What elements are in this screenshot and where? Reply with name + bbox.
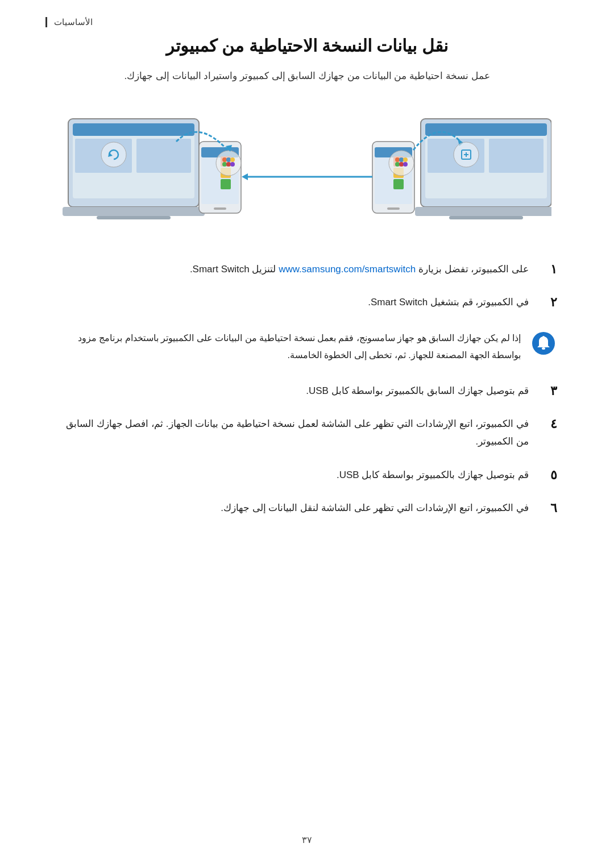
svg-marker-44: [242, 173, 248, 180]
step-1-number: ١: [534, 261, 557, 277]
svg-point-36: [395, 157, 400, 162]
step-4-text: في الكمبيوتر، اتبع الإرشادات التي تظهر ع…: [57, 416, 534, 450]
svg-point-26: [222, 157, 227, 162]
left-laptop: [63, 119, 205, 219]
steps-container: ١ على الكمبيوتر، تفضل بزيارة www.samsung…: [45, 261, 569, 517]
svg-rect-2: [73, 123, 194, 136]
step-6-number: ٦: [534, 500, 557, 516]
right-laptop: [415, 119, 551, 219]
page-number: ٣٧: [302, 834, 312, 845]
svg-point-27: [226, 157, 231, 162]
corner-label: الأساسيات: [45, 17, 93, 27]
svg-rect-5: [63, 207, 205, 216]
right-phone: [372, 142, 414, 213]
step-5-text: قم بتوصيل جهازك بالكمبيوتر بواسطة كابل U…: [57, 467, 534, 484]
svg-point-28: [230, 157, 235, 162]
svg-rect-9: [425, 123, 547, 136]
step-3-number: ٣: [534, 383, 557, 398]
illustration-area: [45, 102, 569, 238]
step-6: ٦ في الكمبيوتر، اتبع الإرشادات التي تظهر…: [57, 500, 557, 517]
svg-rect-34: [393, 179, 404, 189]
svg-rect-12: [415, 207, 551, 216]
step-3-text: قم بتوصيل جهازك السابق بالكمبيوتر بواسطة…: [57, 383, 534, 400]
svg-point-30: [226, 162, 231, 167]
step-2: ٢ في الكمبيوتر، قم بتشغيل Smart Switch.: [57, 294, 557, 312]
page-title: نقل بيانات النسخة الاحتياطية من كمبيوتر: [45, 34, 569, 58]
step-4-number: ٤: [534, 416, 557, 431]
svg-point-53: [542, 347, 545, 350]
svg-rect-24: [221, 179, 231, 189]
page-container: الأساسيات نقل بيانات النسخة الاحتياطية م…: [0, 0, 614, 868]
step-5-number: ٥: [534, 467, 557, 483]
note-text: إذا لم يكن جهازك السابق هو جهاز سامسونج،…: [57, 330, 521, 364]
svg-rect-4: [136, 139, 191, 173]
step-3: ٣ قم بتوصيل جهازك السابق بالكمبيوتر بواس…: [57, 383, 557, 400]
svg-point-38: [403, 157, 408, 162]
step-2-text: في الكمبيوتر، قم بتشغيل Smart Switch.: [57, 294, 534, 312]
svg-point-39: [395, 162, 400, 167]
step-1-text: على الكمبيوتر، تفضل بزيارة www.samsung.c…: [57, 261, 534, 279]
svg-point-37: [399, 157, 404, 162]
svg-point-31: [230, 162, 235, 167]
smartswitch-link[interactable]: www.samsung.com/smartswitch: [279, 264, 416, 275]
svg-rect-21: [387, 207, 400, 210]
svg-rect-17: [214, 207, 226, 210]
illustration-svg: [63, 107, 551, 232]
step-4: ٤ في الكمبيوتر، اتبع الإرشادات التي تظهر…: [57, 416, 557, 450]
step-6-text: في الكمبيوتر، اتبع الإرشادات التي تظهر ع…: [57, 500, 534, 517]
note-icon: [530, 330, 557, 357]
step-1: ١ على الكمبيوتر، تفضل بزيارة www.samsung…: [57, 261, 557, 279]
svg-point-46: [101, 142, 126, 167]
svg-point-54: [542, 336, 545, 338]
step-5: ٥ قم بتوصيل جهازك بالكمبيوتر بواسطة كابل…: [57, 467, 557, 484]
page-subtitle: عمل نسخة احتياطية من البيانات من جهازك ا…: [45, 68, 569, 85]
svg-point-41: [403, 162, 408, 167]
note-box: إذا لم يكن جهازك السابق هو جهاز سامسونج،…: [57, 327, 557, 367]
step-2-number: ٢: [534, 294, 557, 310]
svg-rect-13: [449, 216, 523, 219]
svg-rect-11: [489, 139, 544, 173]
svg-rect-6: [97, 216, 171, 219]
svg-point-29: [222, 162, 227, 167]
svg-point-40: [399, 162, 404, 167]
